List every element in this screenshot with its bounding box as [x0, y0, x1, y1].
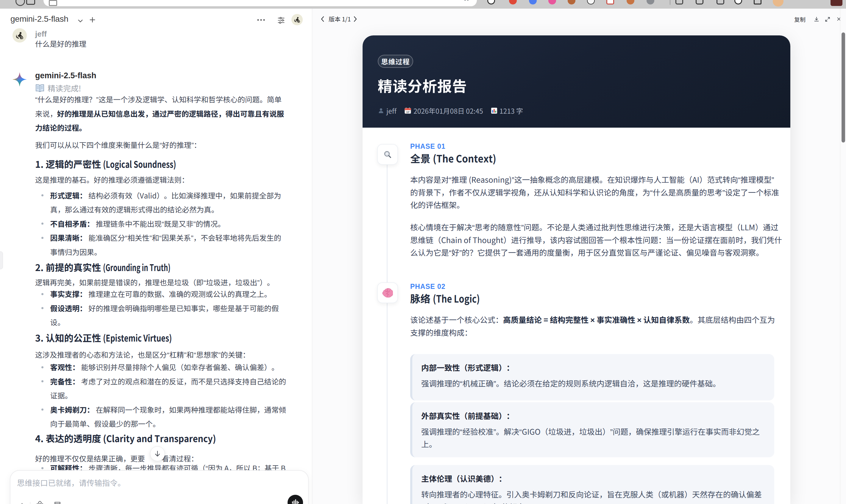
- svg-text:17: 17: [406, 110, 410, 114]
